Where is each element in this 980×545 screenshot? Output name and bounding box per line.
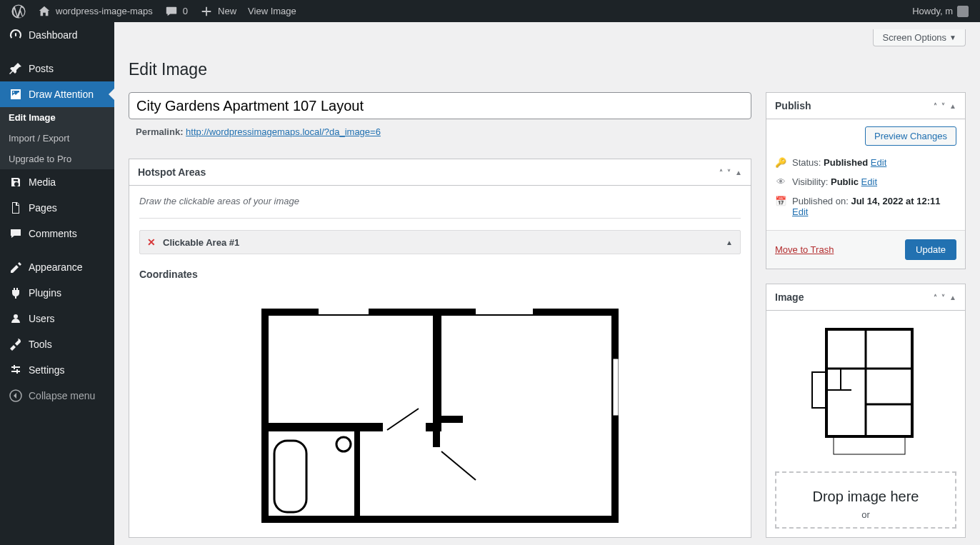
chevron-down-icon[interactable]: ˅ (727, 169, 731, 176)
sidebar-item-media[interactable]: Media (0, 169, 114, 195)
sidebar-label: Pages (29, 202, 57, 214)
tools-icon (9, 337, 23, 351)
chevron-down-icon: ▼ (949, 34, 956, 41)
new-label: New (218, 6, 236, 16)
publish-box-title: Publish (775, 100, 811, 111)
sidebar-item-settings[interactable]: Settings (0, 357, 114, 383)
sidebar-item-comments[interactable]: Comments (0, 221, 114, 246)
triangle-up-icon[interactable]: ▲ (735, 169, 742, 176)
sidebar-label: Dashboard (29, 29, 78, 41)
clickable-area-header[interactable]: ✕ Clickable Area #1 ▲ (139, 230, 741, 254)
view-image[interactable]: View Image (242, 0, 302, 22)
calendar-icon: 📅 (775, 196, 786, 206)
visibility-value: Public (831, 176, 859, 187)
sidebar-item-appearance[interactable]: Appearance (0, 254, 114, 280)
sidebar-label: Comments (29, 228, 77, 239)
sidebar-sub-import-export[interactable]: Import / Export (0, 128, 114, 149)
dashboard-icon (9, 28, 23, 42)
admin-sidebar: Dashboard Posts Draw Attention Edit Imag… (0, 22, 114, 545)
delete-area-icon[interactable]: ✕ (147, 236, 156, 248)
sidebar-item-plugins[interactable]: Plugins (0, 280, 114, 306)
image-box-header[interactable]: Image ˄ ˅ ▲ (766, 284, 965, 311)
visibility-row: 👁 Visibility: Public Edit (775, 172, 956, 191)
site-name[interactable]: wordpress-image-maps (31, 0, 159, 22)
sidebar-item-tools[interactable]: Tools (0, 331, 114, 357)
sidebar-label: Plugins (29, 287, 61, 299)
svg-rect-13 (319, 309, 369, 314)
edit-visibility-link[interactable]: Edit (861, 176, 877, 187)
edit-status-link[interactable]: Edit (871, 157, 886, 168)
svg-rect-5 (383, 423, 426, 431)
triangle-up-icon[interactable]: ▲ (949, 102, 956, 110)
hotspot-hint: Draw the clickable areas of your image (139, 196, 741, 206)
sidebar-label: Appearance (29, 261, 83, 273)
image-box: Image ˄ ˅ ▲ (766, 284, 966, 538)
new-content[interactable]: New (194, 0, 242, 22)
svg-rect-3 (433, 311, 441, 426)
preview-changes-button[interactable]: Preview Changes (865, 126, 956, 146)
published-row: 📅 Published on: Jul 14, 2022 at 12:11 Ed… (775, 191, 956, 221)
view-image-label: View Image (248, 6, 296, 16)
screen-options-label: Screen Options (882, 32, 946, 43)
chevron-up-icon[interactable]: ˄ (719, 169, 723, 176)
area-title: Clickable Area #1 (163, 237, 239, 248)
page-title: Edit Image (129, 54, 966, 82)
post-title-input[interactable] (129, 92, 751, 119)
wp-logo[interactable] (6, 0, 31, 22)
pin-icon (9, 61, 23, 76)
svg-rect-15 (613, 359, 619, 416)
coordinates-label: Coordinates (139, 269, 741, 280)
sidebar-label: Tools (29, 339, 52, 350)
home-icon (37, 4, 51, 19)
plugin-icon (9, 286, 23, 300)
hotspot-areas-box: Hotspot Areas ˄ ˅ ▲ Draw the clickable a… (129, 159, 751, 538)
publish-box-header[interactable]: Publish ˄ ˅ ▲ (766, 93, 965, 119)
update-button[interactable]: Update (905, 239, 956, 260)
visibility-label: Visibility: (792, 176, 828, 187)
howdy-label: Howdy, m (912, 6, 953, 16)
permalink-url[interactable]: http://wordpressimagemaps.local/?da_imag… (186, 126, 381, 137)
sidebar-label: Draw Attention (29, 89, 94, 100)
sidebar-item-dashboard[interactable]: Dashboard (0, 22, 114, 48)
image-icon (9, 87, 23, 101)
sidebar-label: Users (29, 313, 55, 324)
plus-icon (199, 4, 214, 19)
sidebar-item-pages[interactable]: Pages (0, 195, 114, 221)
sidebar-item-posts[interactable]: Posts (0, 56, 114, 81)
sidebar-label: Settings (29, 364, 65, 376)
wordpress-icon (11, 4, 26, 19)
chevron-down-icon[interactable]: ˅ (941, 294, 945, 301)
sidebar-item-users[interactable]: Users (0, 306, 114, 331)
my-account[interactable]: Howdy, m (906, 0, 974, 22)
hotspot-box-header[interactable]: Hotspot Areas ˄ ˅ ▲ (129, 159, 751, 186)
svg-rect-14 (476, 309, 533, 314)
screen-options-button[interactable]: Screen Options ▼ (873, 29, 966, 46)
move-to-trash-link[interactable]: Move to Trash (775, 244, 834, 255)
media-icon (9, 175, 23, 189)
sidebar-item-collapse[interactable]: Collapse menu (0, 383, 114, 409)
image-thumbnail[interactable] (766, 311, 965, 471)
svg-rect-8 (433, 426, 440, 447)
eye-icon: 👁 (775, 176, 786, 187)
published-value: Jul 14, 2022 at 12:11 (851, 196, 940, 206)
image-box-title: Image (775, 291, 804, 303)
sidebar-item-draw-attention[interactable]: Draw Attention (0, 81, 114, 107)
chevron-down-icon[interactable]: ˅ (941, 102, 945, 110)
comment-icon (164, 4, 179, 19)
hotspot-box-title: Hotspot Areas (138, 166, 206, 178)
svg-rect-6 (354, 427, 360, 520)
sidebar-sub-edit-image[interactable]: Edit Image (0, 107, 114, 128)
user-icon (9, 311, 23, 326)
site-name-label: wordpress-image-maps (56, 6, 153, 16)
status-value: Published (824, 157, 868, 168)
comments-link[interactable]: 0 (159, 0, 194, 22)
floorplan-canvas[interactable] (139, 309, 741, 523)
main-content: Screen Options ▼ Edit Image Permalink: h… (114, 22, 980, 545)
chevron-up-icon[interactable]: ˄ (934, 102, 937, 110)
image-dropzone[interactable]: Drop image here or (775, 471, 956, 529)
edit-date-link[interactable]: Edit (792, 206, 808, 217)
status-row: 🔑 Status: Published Edit (775, 153, 956, 172)
triangle-up-icon[interactable]: ▲ (949, 294, 956, 301)
chevron-up-icon[interactable]: ˄ (934, 294, 937, 301)
sidebar-sub-upgrade[interactable]: Upgrade to Pro (0, 149, 114, 169)
